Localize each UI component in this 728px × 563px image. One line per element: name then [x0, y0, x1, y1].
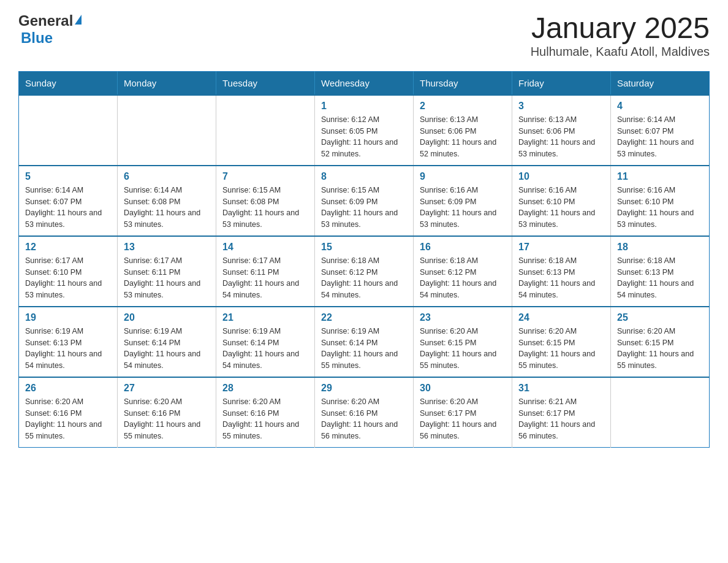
calendar-cell: 14Sunrise: 6:17 AMSunset: 6:11 PMDayligh…: [216, 236, 315, 307]
calendar-cell: 2Sunrise: 6:13 AMSunset: 6:06 PMDaylight…: [414, 95, 512, 166]
week-row-1: 1Sunrise: 6:12 AMSunset: 6:05 PMDaylight…: [19, 95, 710, 166]
weekday-header-row: SundayMondayTuesdayWednesdayThursdayFrid…: [19, 71, 710, 95]
day-info: Sunrise: 6:21 AMSunset: 6:17 PMDaylight:…: [518, 396, 604, 442]
day-number: 9: [420, 171, 506, 182]
day-number: 21: [222, 312, 308, 323]
day-info: Sunrise: 6:20 AMSunset: 6:16 PMDaylight:…: [25, 396, 111, 442]
day-info: Sunrise: 6:14 AMSunset: 6:07 PMDaylight:…: [617, 114, 703, 160]
calendar-cell: 21Sunrise: 6:19 AMSunset: 6:14 PMDayligh…: [216, 307, 315, 377]
day-number: 12: [25, 242, 111, 253]
calendar-cell: 22Sunrise: 6:19 AMSunset: 6:14 PMDayligh…: [315, 307, 414, 377]
calendar-cell: 18Sunrise: 6:18 AMSunset: 6:13 PMDayligh…: [611, 236, 710, 307]
calendar-cell: 23Sunrise: 6:20 AMSunset: 6:15 PMDayligh…: [414, 307, 512, 377]
day-number: 26: [25, 383, 111, 394]
day-number: 28: [222, 383, 308, 394]
day-number: 4: [617, 101, 703, 112]
day-number: 27: [124, 383, 210, 394]
calendar-cell: [611, 377, 710, 448]
day-info: Sunrise: 6:20 AMSunset: 6:17 PMDaylight:…: [420, 396, 506, 442]
day-info: Sunrise: 6:19 AMSunset: 6:13 PMDaylight:…: [25, 326, 111, 372]
logo-triangle-icon: [75, 15, 82, 25]
calendar-title: January 2025: [531, 12, 710, 45]
day-info: Sunrise: 6:18 AMSunset: 6:12 PMDaylight:…: [321, 255, 407, 301]
calendar-cell: 4Sunrise: 6:14 AMSunset: 6:07 PMDaylight…: [611, 95, 710, 166]
day-number: 20: [124, 312, 210, 323]
day-info: Sunrise: 6:18 AMSunset: 6:13 PMDaylight:…: [617, 255, 703, 301]
calendar-cell: 27Sunrise: 6:20 AMSunset: 6:16 PMDayligh…: [118, 377, 216, 448]
day-info: Sunrise: 6:13 AMSunset: 6:06 PMDaylight:…: [518, 114, 604, 160]
calendar-cell: 3Sunrise: 6:13 AMSunset: 6:06 PMDaylight…: [512, 95, 611, 166]
calendar-cell: 5Sunrise: 6:14 AMSunset: 6:07 PMDaylight…: [19, 166, 118, 236]
day-info: Sunrise: 6:19 AMSunset: 6:14 PMDaylight:…: [321, 326, 407, 372]
header-monday: Monday: [118, 71, 216, 95]
day-number: 23: [420, 312, 506, 323]
calendar-cell: 17Sunrise: 6:18 AMSunset: 6:13 PMDayligh…: [512, 236, 611, 307]
day-info: Sunrise: 6:18 AMSunset: 6:12 PMDaylight:…: [420, 255, 506, 301]
day-number: 1: [321, 101, 407, 112]
calendar-cell: 24Sunrise: 6:20 AMSunset: 6:15 PMDayligh…: [512, 307, 611, 377]
logo-blue-text: Blue: [21, 29, 53, 46]
day-info: Sunrise: 6:16 AMSunset: 6:10 PMDaylight:…: [518, 185, 604, 231]
logo: General Blue: [18, 12, 82, 47]
day-number: 24: [518, 312, 604, 323]
header-friday: Friday: [512, 71, 611, 95]
day-info: Sunrise: 6:20 AMSunset: 6:15 PMDaylight:…: [617, 326, 703, 372]
calendar-header: SundayMondayTuesdayWednesdayThursdayFrid…: [19, 71, 710, 95]
day-number: 19: [25, 312, 111, 323]
day-info: Sunrise: 6:20 AMSunset: 6:16 PMDaylight:…: [222, 396, 308, 442]
day-number: 6: [124, 171, 210, 182]
calendar-cell: 16Sunrise: 6:18 AMSunset: 6:12 PMDayligh…: [414, 236, 512, 307]
page-header: General Blue January 2025 Hulhumale, Kaa…: [18, 12, 710, 59]
calendar-cell: 26Sunrise: 6:20 AMSunset: 6:16 PMDayligh…: [19, 377, 118, 448]
calendar-cell: 9Sunrise: 6:16 AMSunset: 6:09 PMDaylight…: [414, 166, 512, 236]
day-info: Sunrise: 6:15 AMSunset: 6:09 PMDaylight:…: [321, 185, 407, 231]
calendar-cell: 1Sunrise: 6:12 AMSunset: 6:05 PMDaylight…: [315, 95, 414, 166]
day-info: Sunrise: 6:14 AMSunset: 6:08 PMDaylight:…: [124, 185, 210, 231]
day-number: 17: [518, 242, 604, 253]
calendar-table: SundayMondayTuesdayWednesdayThursdayFrid…: [18, 71, 710, 448]
header-saturday: Saturday: [611, 71, 710, 95]
day-info: Sunrise: 6:20 AMSunset: 6:15 PMDaylight:…: [518, 326, 604, 372]
day-info: Sunrise: 6:13 AMSunset: 6:06 PMDaylight:…: [420, 114, 506, 160]
calendar-cell: [19, 95, 118, 166]
header-sunday: Sunday: [19, 71, 118, 95]
calendar-cell: 12Sunrise: 6:17 AMSunset: 6:10 PMDayligh…: [19, 236, 118, 307]
title-block: January 2025 Hulhumale, Kaafu Atoll, Mal…: [531, 12, 710, 59]
day-info: Sunrise: 6:17 AMSunset: 6:11 PMDaylight:…: [124, 255, 210, 301]
week-row-5: 26Sunrise: 6:20 AMSunset: 6:16 PMDayligh…: [19, 377, 710, 448]
calendar-subtitle: Hulhumale, Kaafu Atoll, Maldives: [531, 45, 710, 59]
day-number: 5: [25, 171, 111, 182]
day-info: Sunrise: 6:17 AMSunset: 6:11 PMDaylight:…: [222, 255, 308, 301]
day-info: Sunrise: 6:14 AMSunset: 6:07 PMDaylight:…: [25, 185, 111, 231]
day-info: Sunrise: 6:15 AMSunset: 6:08 PMDaylight:…: [222, 185, 308, 231]
calendar-body: 1Sunrise: 6:12 AMSunset: 6:05 PMDaylight…: [19, 95, 710, 448]
day-number: 3: [518, 101, 604, 112]
calendar-cell: 10Sunrise: 6:16 AMSunset: 6:10 PMDayligh…: [512, 166, 611, 236]
calendar-cell: 29Sunrise: 6:20 AMSunset: 6:16 PMDayligh…: [315, 377, 414, 448]
day-number: 29: [321, 383, 407, 394]
day-info: Sunrise: 6:17 AMSunset: 6:10 PMDaylight:…: [25, 255, 111, 301]
calendar-cell: 15Sunrise: 6:18 AMSunset: 6:12 PMDayligh…: [315, 236, 414, 307]
calendar-cell: [216, 95, 315, 166]
day-number: 13: [124, 242, 210, 253]
week-row-4: 19Sunrise: 6:19 AMSunset: 6:13 PMDayligh…: [19, 307, 710, 377]
calendar-cell: 25Sunrise: 6:20 AMSunset: 6:15 PMDayligh…: [611, 307, 710, 377]
day-number: 2: [420, 101, 506, 112]
calendar-cell: [118, 95, 216, 166]
day-info: Sunrise: 6:20 AMSunset: 6:15 PMDaylight:…: [420, 326, 506, 372]
calendar-cell: 11Sunrise: 6:16 AMSunset: 6:10 PMDayligh…: [611, 166, 710, 236]
logo-general-text: General: [18, 12, 73, 29]
day-number: 25: [617, 312, 703, 323]
week-row-2: 5Sunrise: 6:14 AMSunset: 6:07 PMDaylight…: [19, 166, 710, 236]
day-number: 18: [617, 242, 703, 253]
day-number: 30: [420, 383, 506, 394]
day-info: Sunrise: 6:16 AMSunset: 6:09 PMDaylight:…: [420, 185, 506, 231]
day-number: 31: [518, 383, 604, 394]
day-info: Sunrise: 6:20 AMSunset: 6:16 PMDaylight:…: [124, 396, 210, 442]
day-info: Sunrise: 6:20 AMSunset: 6:16 PMDaylight:…: [321, 396, 407, 442]
calendar-cell: 28Sunrise: 6:20 AMSunset: 6:16 PMDayligh…: [216, 377, 315, 448]
day-number: 15: [321, 242, 407, 253]
calendar-cell: 8Sunrise: 6:15 AMSunset: 6:09 PMDaylight…: [315, 166, 414, 236]
day-number: 22: [321, 312, 407, 323]
calendar-cell: 31Sunrise: 6:21 AMSunset: 6:17 PMDayligh…: [512, 377, 611, 448]
